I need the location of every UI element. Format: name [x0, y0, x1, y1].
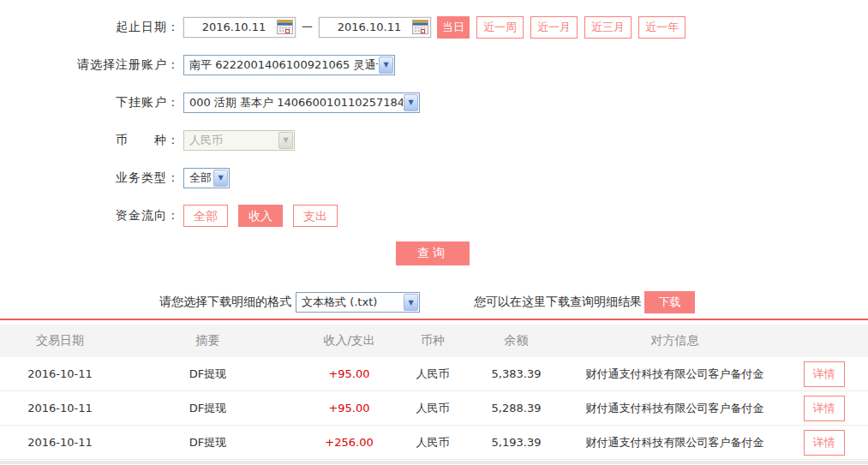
- cell-amount: +95.00: [296, 402, 403, 414]
- cell-date: 2016-10-11: [0, 367, 120, 380]
- linked-account-label: 下挂账户：: [0, 95, 180, 110]
- start-date-value[interactable]: 2016.10.11: [191, 21, 277, 33]
- end-date-value[interactable]: 2016.10.11: [326, 21, 412, 33]
- linked-account-row: 下挂账户： 000 活期 基本户 1406600101102571848 ▼: [0, 91, 868, 114]
- header-counterparty: 对方信息: [570, 333, 780, 349]
- chevron-down-icon[interactable]: ▼: [404, 94, 418, 111]
- fund-direction-label: 资金流向：: [0, 208, 180, 224]
- chevron-down-icon[interactable]: ▼: [404, 294, 418, 311]
- business-type-select[interactable]: 全部 ▼: [183, 168, 230, 188]
- fund-direction-row: 资金流向： 全部 收入 支出: [0, 204, 868, 227]
- table-header-row: 交易日期 摘要 收入/支出 币种 余额 对方信息: [0, 325, 868, 357]
- detail-button[interactable]: 详情: [804, 361, 845, 387]
- cell-amount: +256.00: [296, 436, 403, 449]
- quick-range-button-year[interactable]: 近一年: [638, 16, 685, 39]
- date-range-separator: 一: [302, 20, 313, 35]
- currency-label: 币 种：: [0, 133, 180, 148]
- end-date-input[interactable]: 2016.10.11: [319, 17, 431, 38]
- table-top-divider: [0, 319, 868, 320]
- date-range-row: 起止日期： 2016.10.11 一 2016.10.11: [0, 15, 868, 39]
- cell-counterparty: 财付通支付科技有限公司客户备付金: [570, 435, 780, 450]
- cell-currency: 人民币: [403, 435, 463, 450]
- query-form: 起止日期： 2016.10.11 一 2016.10.11: [0, 0, 868, 313]
- currency-row: 币 种： 人民币 ▼: [0, 128, 868, 152]
- cell-date: 2016-10-11: [0, 436, 120, 449]
- download-format-value: 文本格式 (.txt): [296, 295, 403, 310]
- start-date-input[interactable]: 2016.10.11: [183, 17, 296, 38]
- cell-balance: 5,193.39: [463, 436, 570, 449]
- quick-range-button-month[interactable]: 近一月: [530, 16, 578, 39]
- cell-currency: 人民币: [403, 401, 463, 416]
- cell-counterparty: 财付通支付科技有限公司客户备付金: [570, 367, 780, 382]
- query-button[interactable]: 查询: [396, 241, 470, 265]
- detail-button[interactable]: 详情: [804, 430, 845, 456]
- currency-select: 人民币 ▼: [183, 130, 295, 151]
- currency-value: 人民币: [184, 133, 278, 148]
- quick-range-button-today[interactable]: 当日: [437, 16, 470, 39]
- registered-account-label: 请选择注册账户：: [0, 57, 180, 73]
- fund-direction-all[interactable]: 全部: [183, 205, 228, 227]
- linked-account-value: 000 活期 基本户 1406600101102571848: [184, 95, 403, 110]
- linked-account-select[interactable]: 000 活期 基本户 1406600101102571848 ▼: [183, 92, 420, 113]
- cell-counterparty: 财付通支付科技有限公司客户备付金: [570, 401, 780, 416]
- cell-date: 2016-10-11: [0, 402, 120, 414]
- fund-direction-expense[interactable]: 支出: [293, 205, 338, 227]
- table-row: 2016-10-11 DF提现 +95.00 人民币 5,383.39 财付通支…: [0, 357, 868, 391]
- cell-summary: DF提现: [120, 435, 296, 450]
- detail-button[interactable]: 详情: [804, 396, 845, 421]
- table-bottom-divider: [0, 461, 868, 464]
- header-balance: 余额: [463, 333, 570, 349]
- quick-range-button-3months[interactable]: 近三月: [584, 16, 632, 39]
- calendar-icon[interactable]: [277, 20, 293, 34]
- fund-direction-income[interactable]: 收入: [238, 205, 283, 227]
- business-type-label: 业务类型：: [0, 170, 180, 186]
- header-summary: 摘要: [120, 333, 296, 349]
- download-format-select[interactable]: 文本格式 (.txt) ▼: [296, 292, 420, 313]
- chevron-down-icon: ▼: [278, 132, 293, 149]
- cell-summary: DF提现: [120, 367, 296, 382]
- header-currency: 币种: [403, 333, 463, 349]
- download-hint: 您可以在这里下载查询明细结果: [474, 295, 642, 310]
- business-type-row: 业务类型： 全部 ▼: [0, 166, 868, 189]
- chevron-down-icon[interactable]: ▼: [213, 170, 228, 187]
- chevron-down-icon[interactable]: ▼: [379, 57, 393, 74]
- cell-balance: 5,383.39: [463, 367, 570, 380]
- header-date: 交易日期: [0, 333, 120, 349]
- results-table: 交易日期 摘要 收入/支出 币种 余额 对方信息 2016-10-11 DF提现…: [0, 325, 868, 464]
- date-range-label: 起止日期：: [0, 20, 180, 35]
- download-format-label: 请您选择下载明细的格式: [159, 295, 291, 310]
- cell-currency: 人民币: [403, 367, 463, 382]
- download-row: 请您选择下载明细的格式 文本格式 (.txt) ▼ 您可以在这里下载查询明细结果…: [0, 291, 868, 313]
- cell-balance: 5,288.39: [463, 402, 570, 414]
- quick-range-button-week[interactable]: 近一周: [476, 16, 524, 39]
- cell-amount: +95.00: [296, 367, 403, 380]
- download-button[interactable]: 下载: [644, 291, 695, 313]
- header-amount: 收入/支出: [296, 333, 403, 349]
- table-row: 2016-10-11 DF提现 +256.00 人民币 5,193.39 财付通…: [0, 426, 868, 460]
- calendar-icon[interactable]: [412, 20, 428, 34]
- registered-account-value: 南平 6222001406100921065 灵通卡: [184, 57, 378, 73]
- cell-summary: DF提现: [120, 401, 296, 416]
- registered-account-row: 请选择注册账户： 南平 6222001406100921065 灵通卡 ▼: [0, 53, 868, 76]
- business-type-value: 全部: [184, 170, 213, 186]
- registered-account-select[interactable]: 南平 6222001406100921065 灵通卡 ▼: [183, 55, 395, 75]
- table-row: 2016-10-11 DF提现 +95.00 人民币 5,288.39 财付通支…: [0, 391, 868, 426]
